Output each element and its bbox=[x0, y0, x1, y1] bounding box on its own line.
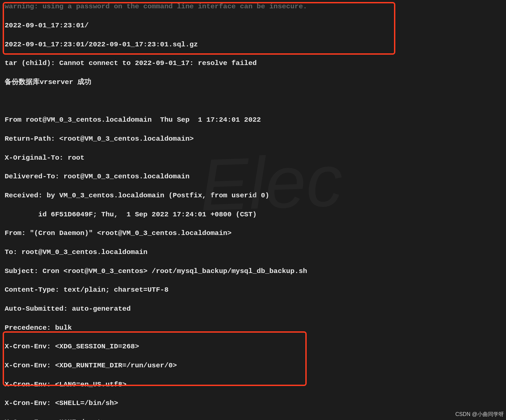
mail-header-cron-env: X-Cron-Env: <XDG_RUNTIME_DIR=/run/user/0… bbox=[5, 361, 501, 370]
mail-header-from: From root@VM_0_3_centos.localdomain Thu … bbox=[5, 115, 501, 125]
mail-header-cron-env: X-Cron-Env: <XDG_SESSION_ID=268> bbox=[5, 342, 501, 351]
mail-header-received-id: id 6F51D6049F; Thu, 1 Sep 2022 17:24:01 … bbox=[5, 210, 501, 219]
mail-header-from2: From: "(Cron Daemon)" <root@VM_0_3_cento… bbox=[5, 229, 501, 238]
output-line: warning: using a password on the command… bbox=[5, 2, 501, 11]
mail-header-return-path: Return-Path: <root@VM_0_3_centos.localdo… bbox=[5, 134, 501, 144]
mail-header-cron-env: X-Cron-Env: <SHELL=/bin/sh> bbox=[5, 399, 501, 408]
terminal-output[interactable]: warning: using a password on the command… bbox=[0, 0, 506, 420]
output-line: 2022-09-01_17:23:01/ bbox=[5, 21, 501, 30]
output-line: tar (child): Cannot connect to 2022-09-0… bbox=[5, 59, 501, 68]
mail-header-cron-env: X-Cron-Env: <HOME=/root> bbox=[5, 418, 501, 420]
mail-header-x-original-to: X-Original-To: root bbox=[5, 153, 501, 163]
mail-header-subject: Subject: Cron <root@VM_0_3_centos> /root… bbox=[5, 267, 501, 276]
mail-header-cron-env: X-Cron-Env: <LANG=en_US.utf8> bbox=[5, 380, 501, 389]
output-line: 2022-09-01_17:23:01/2022-09-01_17:23:01.… bbox=[5, 40, 501, 49]
mail-header-delivered-to: Delivered-To: root@VM_0_3_centos.localdo… bbox=[5, 172, 501, 181]
blank-line bbox=[5, 97, 501, 106]
mail-header-received: Received: by VM_0_3_centos.localdomain (… bbox=[5, 191, 501, 200]
mail-header-to: To: root@VM_0_3_centos.localdomain bbox=[5, 248, 501, 257]
output-line: 备份数据库vrserver 成功 bbox=[5, 78, 501, 87]
mail-header-precedence: Precedence: bulk bbox=[5, 323, 501, 333]
mail-header-auto-submitted: Auto-Submitted: auto-generated bbox=[5, 304, 501, 314]
mail-header-content-type: Content-Type: text/plain; charset=UTF-8 bbox=[5, 285, 501, 295]
attribution-text: CSDN @小曲同学呀 bbox=[455, 411, 504, 418]
